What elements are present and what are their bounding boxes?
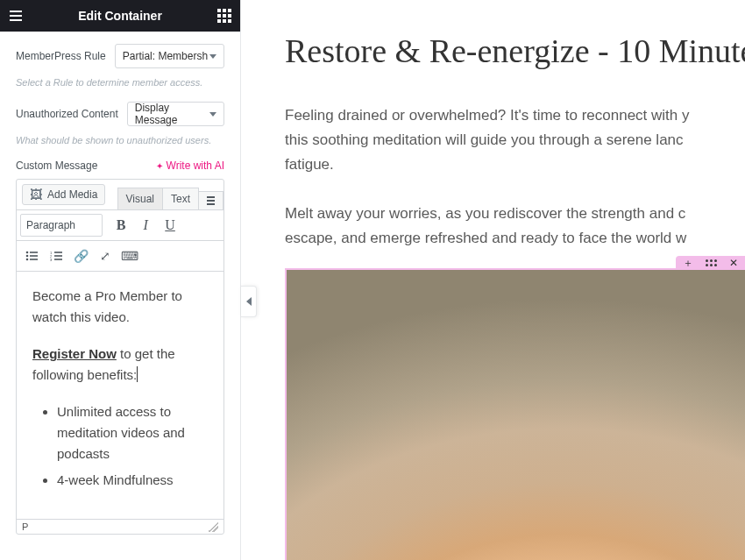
page-para2: Melt away your worries, as you rediscove… bbox=[285, 202, 745, 251]
rule-label: MemberPress Rule bbox=[16, 50, 106, 62]
keyboard-button[interactable]: ⌨ bbox=[118, 245, 141, 267]
svg-rect-1 bbox=[30, 252, 38, 253]
bold-button[interactable]: B bbox=[110, 214, 132, 237]
rich-text-editor: 🖼 Add Media Visual Text Paragraph bbox=[16, 179, 224, 535]
svg-rect-7 bbox=[54, 252, 62, 253]
editor-bullet: 4-week Mindfulness bbox=[57, 470, 208, 491]
svg-point-4 bbox=[26, 259, 29, 261]
svg-rect-3 bbox=[30, 255, 38, 257]
add-widget-button[interactable]: ＋ bbox=[683, 258, 693, 268]
editor-toolbar-row2: 123 🔗 ⤢ ⌨ bbox=[17, 241, 224, 272]
svg-point-0 bbox=[26, 252, 29, 254]
register-link[interactable]: Register Now bbox=[32, 346, 117, 361]
media-icon: 🖼 bbox=[30, 188, 42, 201]
format-select-value: Paragraph bbox=[26, 219, 75, 231]
underline-button[interactable]: U bbox=[159, 214, 181, 237]
write-with-ai-link[interactable]: Write with AI bbox=[156, 159, 224, 172]
page-para1: Feeling drained or overwhelmed? It's tim… bbox=[285, 103, 745, 177]
panel-collapse-button[interactable] bbox=[241, 286, 257, 317]
numbered-list-button[interactable]: 123 bbox=[45, 245, 67, 267]
bulleted-list-button[interactable] bbox=[20, 245, 43, 267]
lines-icon bbox=[207, 196, 215, 205]
unauthorized-helper: What should be shown to unauthorized use… bbox=[16, 135, 224, 145]
unauthorized-select[interactable]: Display Message bbox=[127, 102, 224, 126]
drag-widget-handle[interactable] bbox=[706, 259, 717, 266]
chevron-down-icon bbox=[209, 54, 216, 59]
svg-rect-9 bbox=[54, 255, 62, 257]
editor-tab-group: Visual Text bbox=[117, 180, 224, 209]
panel-header: Edit Container bbox=[0, 0, 240, 32]
editor-p2: Register Now to get the following benefi… bbox=[32, 344, 208, 386]
svg-rect-11 bbox=[54, 259, 62, 260]
format-select[interactable]: Paragraph bbox=[20, 214, 103, 237]
custom-message-header: Custom Message Write with AI bbox=[16, 159, 224, 172]
panel-body: MemberPress Rule Partial: Membersh Selec… bbox=[0, 32, 240, 540]
editor-status-bar: P bbox=[17, 519, 224, 534]
editor-topbar: 🖼 Add Media Visual Text bbox=[17, 180, 224, 210]
apps-icon[interactable] bbox=[217, 9, 231, 23]
chevron-down-icon bbox=[209, 112, 216, 117]
editor-p1: Become a Pro Member to watch this video. bbox=[32, 286, 208, 328]
svg-text:3: 3 bbox=[50, 258, 53, 262]
ai-link-label: Write with AI bbox=[167, 159, 224, 172]
editor-content[interactable]: Become a Pro Member to watch this video.… bbox=[17, 272, 224, 519]
resize-grip-icon[interactable] bbox=[208, 521, 218, 532]
tab-options[interactable] bbox=[199, 191, 224, 209]
rule-helper: Select a Rule to determine member access… bbox=[16, 77, 224, 88]
panel-title: Edit Container bbox=[78, 9, 162, 23]
link-button[interactable]: 🔗 bbox=[69, 245, 92, 267]
unauthorized-select-value: Display Message bbox=[135, 102, 209, 126]
tab-visual[interactable]: Visual bbox=[117, 188, 163, 209]
unauthorized-label: Unauthorized Content bbox=[16, 108, 118, 120]
text-caret bbox=[137, 366, 138, 382]
fullscreen-button[interactable]: ⤢ bbox=[94, 245, 117, 267]
custom-message-label: Custom Message bbox=[16, 159, 97, 172]
add-media-label: Add Media bbox=[47, 188, 97, 201]
rule-select[interactable]: Partial: Membersh bbox=[115, 44, 224, 68]
unauthorized-field: Unauthorized Content Display Message bbox=[16, 102, 224, 126]
memberpress-rule-field: MemberPress Rule Partial: Membersh bbox=[16, 44, 224, 68]
page-title: Restore & Re-energize - 10 Minute bbox=[285, 32, 745, 70]
menu-icon[interactable] bbox=[9, 9, 23, 23]
selected-widget[interactable] bbox=[285, 268, 745, 560]
editor-toolbar-row1: Paragraph B I U bbox=[17, 210, 224, 241]
close-widget-button[interactable]: ✕ bbox=[729, 258, 738, 268]
italic-button[interactable]: I bbox=[134, 214, 157, 237]
svg-point-2 bbox=[26, 255, 29, 258]
rule-select-value: Partial: Membersh bbox=[123, 50, 208, 62]
sparkle-icon bbox=[156, 159, 163, 172]
editor-bullets: Unlimited access to meditation videos an… bbox=[32, 401, 208, 491]
tab-text[interactable]: Text bbox=[163, 188, 199, 209]
page-body: Feeling drained or overwhelmed? It's tim… bbox=[285, 103, 745, 251]
editor-panel: Edit Container MemberPress Rule Partial:… bbox=[0, 0, 241, 560]
svg-rect-5 bbox=[30, 259, 38, 260]
add-media-button[interactable]: 🖼 Add Media bbox=[22, 184, 105, 205]
editor-bullet: Unlimited access to meditation videos an… bbox=[57, 401, 208, 464]
editor-status-path: P bbox=[22, 521, 28, 532]
page-preview: Restore & Re-energize - 10 Minute Feelin… bbox=[241, 0, 745, 560]
